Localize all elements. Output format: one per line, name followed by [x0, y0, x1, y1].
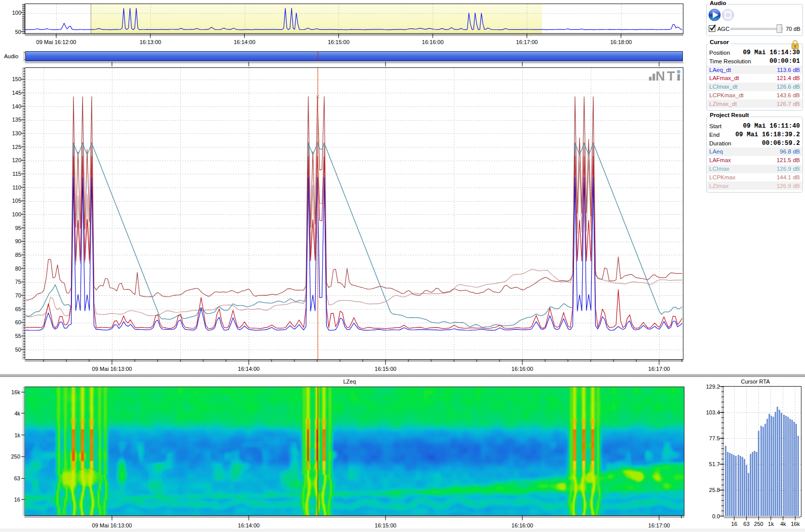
svg-text:N: N	[656, 69, 665, 82]
svg-text:T: T	[667, 69, 675, 82]
